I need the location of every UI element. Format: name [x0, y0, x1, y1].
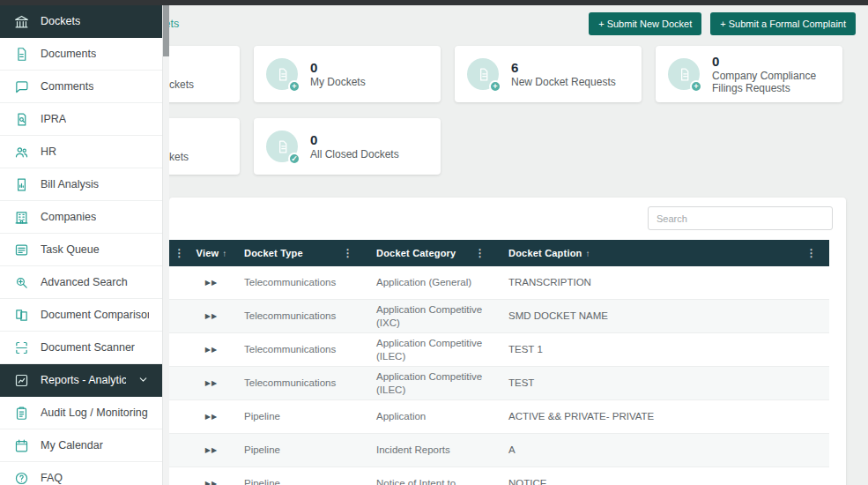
stat-card-count: 0 — [310, 132, 399, 147]
sidebar-item-label: Document Scanner — [41, 341, 135, 354]
document-scanner-icon — [13, 340, 29, 355]
column-header-docket-type[interactable]: Docket Type ⋮ — [234, 240, 366, 266]
docket-category-cell: Application Competitive (ILEC) — [366, 333, 498, 366]
table-row[interactable]: ▶▶ Telecommunications Application Compet… — [169, 333, 829, 367]
sidebar-item-companies[interactable]: Companies — [0, 201, 162, 234]
table-row[interactable]: ▶▶ Telecommunications Application Compet… — [169, 367, 829, 400]
column-menu-icon[interactable]: ⋮ — [169, 240, 189, 266]
docket-file-icon: + — [467, 58, 499, 90]
sidebar-item-label: Companies — [41, 211, 96, 223]
sidebar-item-label: Dockets — [41, 15, 80, 27]
column-menu-icon[interactable]: ⋮ — [806, 247, 817, 259]
docket-type-cell: Telecommunications — [234, 333, 366, 366]
stat-card-my-dockets[interactable]: + 0 My Dockets — [254, 46, 441, 102]
expand-row-icon[interactable]: ▶▶ — [205, 413, 218, 421]
docket-caption-cell: TEST — [498, 367, 829, 399]
sidebar-item-comments[interactable]: Comments — [0, 71, 162, 103]
sort-asc-icon: ↑ — [585, 249, 590, 258]
docket-type-cell: Telecommunications — [234, 266, 366, 299]
stat-card-all-closed-dockets[interactable]: ✓ 0 All Closed Dockets — [254, 118, 441, 175]
sidebar-item-label: Bill Analysis — [41, 178, 99, 190]
column-header-docket-category[interactable]: Docket Category ⋮ — [366, 240, 498, 266]
sidebar-item-bill-analysis[interactable]: Bill Analysis — [0, 168, 162, 201]
docket-file-icon: + — [266, 58, 298, 90]
sidebar-item-faq[interactable]: FAQ — [0, 462, 162, 485]
plus-badge-icon: + — [489, 80, 501, 93]
submit-new-docket-button[interactable]: + Submit New Docket — [589, 12, 701, 35]
docket-caption-cell: TEST 1 — [498, 333, 829, 366]
sidebar-item-document-scanner[interactable]: Document Scanner — [0, 332, 162, 364]
column-label: Docket Caption — [508, 248, 582, 258]
docket-category-cell: Incident Reports — [366, 434, 498, 466]
document-search-icon — [13, 111, 29, 127]
sidebar-item-hr[interactable]: HR — [0, 136, 162, 168]
sidebar-item-ipra[interactable]: IPRA — [0, 103, 162, 136]
building-icon — [13, 209, 29, 225]
sidebar-item-label: Reports - Analytics — [41, 374, 126, 386]
table-row[interactable]: ▶▶ Pipeline Incident Reports A — [169, 434, 829, 467]
column-label: Docket Type — [244, 248, 303, 258]
table-row[interactable]: ▶▶ Telecommunications Application Compet… — [169, 300, 829, 333]
table-body: ▶▶ Telecommunications Application (Gener… — [169, 266, 829, 485]
sidebar-item-dockets[interactable]: Dockets — [0, 5, 162, 38]
expand-row-icon[interactable]: ▶▶ — [205, 379, 218, 387]
docket-file-icon: ✓ — [266, 131, 298, 162]
analytics-chart-icon — [13, 372, 29, 388]
summary-cards-row-1: ckets + 0 My Dockets + 6 Ne — [53, 46, 842, 102]
column-header-docket-caption[interactable]: Docket Caption ↑ ⋮ — [498, 240, 829, 266]
column-label: Docket Category — [376, 248, 456, 258]
sidebar-item-reports-analytics[interactable]: Reports - Analytics — [0, 364, 162, 397]
stat-card-count: 0 — [712, 54, 830, 69]
docket-type-cell: Pipeline — [234, 400, 366, 433]
app-page: Dockets + Submit New Docket + Submit a F… — [0, 0, 868, 485]
sidebar-item-label: HR — [41, 146, 56, 158]
window-top-strip — [0, 0, 868, 5]
sidebar-item-audit-log[interactable]: Audit Log / Monitoring — [0, 397, 162, 429]
task-list-icon — [13, 242, 29, 257]
expand-row-icon[interactable]: ▶▶ — [205, 312, 218, 320]
expand-row-icon[interactable]: ▶▶ — [205, 346, 218, 354]
sidebar-item-advanced-search[interactable]: Advanced Search — [0, 266, 162, 299]
search-input[interactable] — [648, 206, 833, 230]
sidebar-scrollbar-thumb[interactable] — [163, 5, 169, 56]
dockets-table: ⋮ View ↑ Docket Type ⋮ Docket Category ⋮ — [169, 240, 829, 485]
sidebar-item-label: Documents — [41, 48, 96, 60]
check-badge-icon: ✓ — [288, 153, 300, 165]
header-actions: + Submit New Docket + Submit a Formal Co… — [589, 12, 856, 35]
table-row[interactable]: ▶▶ Telecommunications Application (Gener… — [169, 266, 829, 300]
column-menu-icon[interactable]: ⋮ — [343, 247, 353, 259]
column-label: View — [197, 248, 219, 258]
bill-chart-icon — [13, 176, 29, 192]
docket-category-cell: Application Competitive (IXC) — [366, 300, 498, 332]
docket-type-cell: Pipeline — [234, 467, 366, 485]
table-row[interactable]: ▶▶ Pipeline Notice of Intent to NOTICE — [169, 467, 829, 485]
sidebar-item-label: Task Queue — [41, 243, 100, 256]
docket-caption-cell: ACTIVE && PRIVATE- PRIVATE — [498, 400, 829, 433]
column-header-view[interactable]: View ↑ — [189, 240, 234, 266]
expand-row-icon[interactable]: ▶▶ — [205, 480, 218, 485]
chevron-down-icon[interactable] — [137, 374, 149, 386]
stat-card-label: All Closed Dockets — [310, 149, 399, 161]
sidebar-item-documents[interactable]: Documents — [0, 38, 162, 71]
audit-log-icon — [13, 405, 29, 421]
stat-card-new-docket-requests[interactable]: + 6 New Docket Requests — [455, 46, 642, 102]
docket-caption-cell: TRANSCRIPTION — [498, 266, 829, 299]
sidebar-item-task-queue[interactable]: Task Queue — [0, 234, 162, 266]
docket-file-icon: + — [668, 58, 700, 90]
stat-card-company-compliance[interactable]: + 0 Company Compliance Filings Requests — [656, 46, 842, 102]
sidebar-item-document-comparison[interactable]: Document Comparison — [0, 299, 162, 332]
expand-row-icon[interactable]: ▶▶ — [205, 446, 218, 454]
sidebar-item-my-calendar[interactable]: My Calendar — [0, 429, 162, 462]
stat-card-label: My Dockets — [310, 77, 366, 89]
plus-badge-icon: + — [288, 80, 300, 93]
expand-row-icon[interactable]: ▶▶ — [205, 279, 218, 287]
sidebar-scrollbar[interactable] — [162, 5, 169, 485]
docket-type-cell: Telecommunications — [234, 367, 366, 399]
bank-icon — [13, 13, 29, 29]
stat-card-label: kets — [169, 151, 189, 163]
table-row[interactable]: ▶▶ Pipeline Application ACTIVE && PRIVAT… — [169, 400, 829, 434]
column-menu-icon[interactable]: ⋮ — [475, 247, 486, 259]
stat-card-count: 6 — [511, 60, 616, 75]
docket-category-cell: Application Competitive (ILEC) — [366, 367, 498, 399]
submit-formal-complaint-button[interactable]: + Submit a Formal Complaint — [710, 12, 856, 35]
